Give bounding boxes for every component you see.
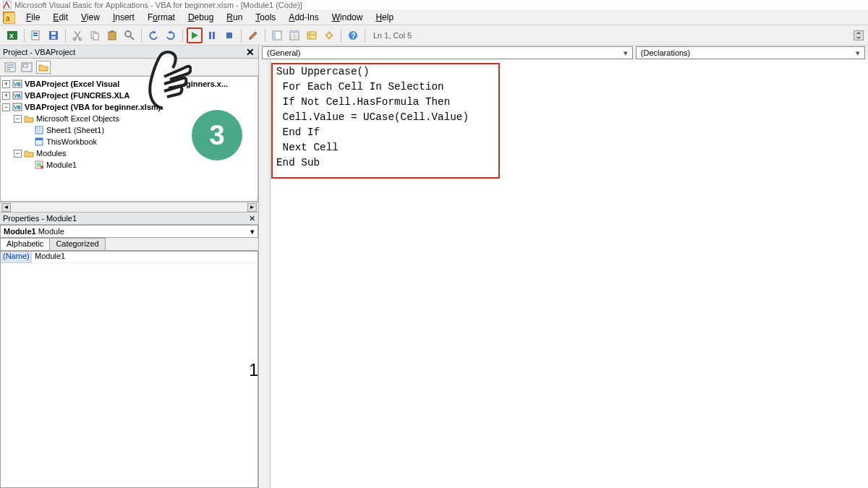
svg-rect-7 — [33, 35, 38, 36]
project-explorer-header: Project - VBAProject ✕ — [0, 46, 258, 59]
svg-rect-9 — [51, 32, 56, 35]
tree-collapse-icon[interactable]: − — [2, 103, 10, 111]
code-panel: (General) ▾ (Declarations) ▾ Sub Upperca… — [259, 46, 868, 488]
menu-window[interactable]: Window — [326, 11, 369, 24]
break-icon[interactable] — [204, 27, 220, 43]
tree-sheet1[interactable]: Sheet1 (Sheet1) — [2, 124, 256, 136]
tree-module1-label: Module1 — [46, 160, 77, 169]
undo-icon[interactable] — [145, 27, 161, 43]
property-name-value[interactable]: Module1 — [32, 252, 258, 263]
menu-run[interactable]: Run — [221, 11, 248, 24]
svg-rect-14 — [93, 33, 98, 40]
svg-rect-0 — [3, 1, 12, 9]
vba-doc-icon: a — [3, 12, 14, 23]
toolbar-separator — [365, 29, 365, 42]
redo-icon[interactable] — [163, 27, 179, 43]
svg-rect-18 — [209, 32, 211, 39]
tree-project-1-label: VBAProject (Excel Visual — [25, 80, 119, 88]
object-browser-icon[interactable] — [304, 27, 320, 43]
tree-collapse-icon[interactable]: − — [14, 115, 22, 123]
chevron-down-icon[interactable]: ▾ — [624, 48, 628, 58]
project-toolbar — [0, 59, 258, 76]
view-code-icon[interactable] — [3, 61, 17, 74]
svg-rect-20 — [226, 33, 232, 38]
close-icon[interactable]: ✕ — [249, 214, 255, 223]
save-icon[interactable] — [46, 27, 61, 43]
object-dropdown-value: (General) — [267, 48, 300, 57]
toggle-folders-icon[interactable] — [36, 61, 51, 74]
menu-format[interactable]: Format — [142, 11, 181, 24]
project-tree[interactable]: + VB VBAProject (Excel Visual for Beginn… — [0, 76, 258, 202]
project-tree-scrollbar[interactable]: ◄ ► — [0, 202, 258, 212]
svg-text:?: ? — [352, 32, 356, 40]
properties-object-select[interactable]: Module1 Module ▾ — [0, 225, 258, 238]
tree-expand-icon[interactable]: + — [2, 92, 10, 100]
svg-rect-43 — [41, 166, 43, 168]
copy-icon[interactable] — [87, 27, 103, 43]
insert-icon[interactable] — [28, 27, 44, 43]
tree-folder-modules-label: Modules — [36, 149, 67, 158]
tree-folder-modules[interactable]: − Modules — [2, 147, 256, 159]
tree-expand-icon[interactable]: + — [2, 80, 10, 88]
tree-folder-excel-objects[interactable]: − Microsoft Excel Objects — [2, 113, 256, 124]
property-name-label: (Name) — [1, 252, 32, 263]
vba-project-icon: VB — [12, 102, 22, 112]
toolbar-spinner[interactable] — [854, 30, 864, 40]
reset-icon[interactable] — [221, 27, 237, 43]
properties-tabs: Alphabetic Categorized — [0, 238, 258, 251]
tree-project-3-label: VBAProject (VBA for beginner.xlsm) — [25, 103, 161, 111]
menu-view[interactable]: View — [75, 11, 106, 24]
procedure-dropdown[interactable]: (Declarations) ▾ — [636, 46, 865, 59]
property-row-name[interactable]: (Name) Module1 — [1, 252, 258, 263]
paste-icon[interactable] — [104, 27, 120, 43]
view-excel-icon[interactable]: X — [4, 27, 20, 43]
toolbar: X ? Ln 1, Col 5 — [0, 25, 868, 46]
cursor-position: Ln 1, Col 5 — [373, 31, 412, 40]
view-object-icon[interactable] — [20, 61, 34, 74]
tree-project-2[interactable]: + VB VBAProject (FUNCRES.XLA — [2, 90, 256, 101]
code-line: For Each Cell In Selection — [276, 81, 444, 93]
menu-file[interactable]: File — [20, 11, 46, 24]
menu-tools[interactable]: Tools — [250, 11, 281, 24]
menu-addins[interactable]: Add-Ins — [283, 11, 324, 24]
tree-collapse-icon[interactable]: − — [14, 150, 22, 158]
code-line: Next Cell — [276, 142, 339, 153]
window-title-bar: Microsoft Visual Basic for Applications … — [0, 0, 868, 9]
scroll-right-icon[interactable]: ► — [247, 203, 257, 212]
close-icon[interactable]: ✕ — [245, 47, 255, 57]
worksheet-icon — [34, 125, 44, 135]
menu-help[interactable]: Help — [370, 11, 399, 24]
menu-debug[interactable]: Debug — [182, 11, 219, 24]
menu-edit[interactable]: Edit — [47, 11, 74, 24]
svg-text:a: a — [6, 14, 10, 22]
toolbar-separator — [341, 29, 341, 42]
project-explorer-icon[interactable] — [269, 27, 285, 43]
chevron-down-icon[interactable]: ▾ — [250, 227, 255, 236]
tree-module1[interactable]: Module1 — [2, 159, 256, 171]
properties-grid[interactable]: (Name) Module1 — [0, 251, 258, 488]
scroll-left-icon[interactable]: ◄ — [1, 203, 11, 212]
run-icon[interactable] — [187, 27, 203, 43]
svg-text:VB: VB — [14, 82, 21, 87]
tree-project-1[interactable]: + VB VBAProject (Excel Visual for Beginn… — [2, 78, 256, 90]
help-icon[interactable]: ? — [345, 27, 361, 43]
menu-insert[interactable]: Insert — [107, 11, 140, 24]
chevron-down-icon[interactable]: ▾ — [856, 48, 860, 58]
object-dropdown[interactable]: (General) ▾ — [262, 46, 633, 59]
toolbox-icon[interactable] — [321, 27, 337, 43]
tab-categorized[interactable]: Categorized — [49, 238, 105, 250]
code-editor[interactable]: Sub Uppercase() For Each Cell In Selecti… — [271, 60, 868, 488]
tree-project-1-suffix: for Beginners.x... — [163, 80, 228, 88]
svg-rect-16 — [111, 30, 114, 33]
svg-rect-10 — [51, 36, 56, 39]
design-mode-icon[interactable] — [245, 27, 261, 43]
tab-alphabetic[interactable]: Alphabetic — [0, 238, 50, 250]
properties-window-icon[interactable] — [286, 27, 302, 43]
cut-icon[interactable] — [69, 27, 85, 43]
properties-header: Properties - Module1 ✕ — [0, 212, 258, 225]
svg-point-17 — [125, 31, 131, 37]
tree-project-3[interactable]: − VB VBAProject (VBA for beginner.xlsm) — [2, 101, 256, 113]
tree-thisworkbook[interactable]: ThisWorkbook — [2, 136, 256, 147]
find-icon[interactable] — [122, 27, 137, 43]
toolbar-separator — [24, 29, 25, 42]
